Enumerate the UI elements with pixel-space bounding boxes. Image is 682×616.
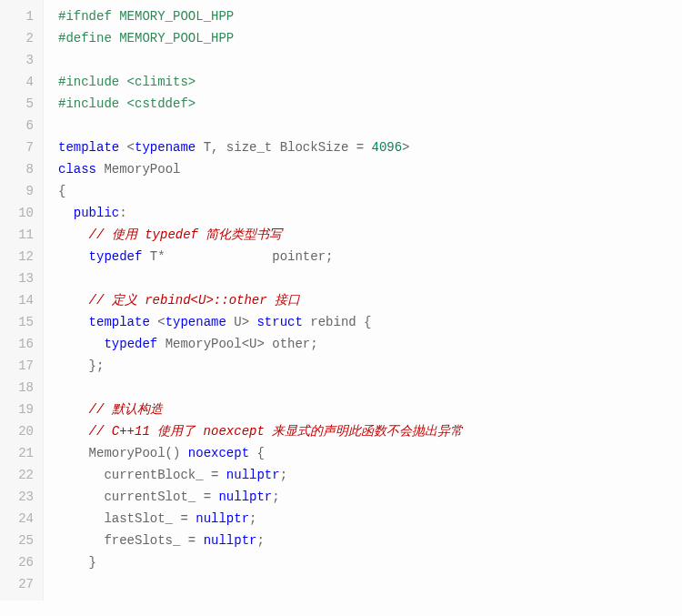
code-line — [58, 573, 682, 595]
code-token: 4096 — [371, 140, 402, 155]
code-line: currentBlock_ = nullptr; — [58, 464, 682, 486]
line-number: 24 — [0, 508, 34, 530]
line-number: 17 — [0, 355, 34, 377]
code-token: ; — [280, 468, 287, 482]
code-token: } — [58, 555, 96, 570]
code-token: < — [150, 315, 165, 329]
line-number: 10 — [0, 202, 34, 224]
line-number: 19 — [0, 399, 34, 420]
code-token: typename — [135, 140, 196, 155]
code-token — [58, 315, 89, 329]
line-number: 4 — [0, 71, 34, 93]
code-line: MemoryPool() noexcept { — [58, 442, 682, 464]
code-token: struct — [256, 315, 302, 329]
code-line: // 定义 rebind<U>::other 接口 — [58, 289, 682, 311]
code-token: MemoryPool() — [58, 446, 188, 460]
code-token: ; — [256, 533, 264, 548]
code-line — [58, 115, 682, 136]
code-token — [58, 293, 89, 308]
code-line: currentSlot_ = nullptr; — [58, 486, 682, 508]
code-line: }; — [58, 355, 682, 377]
line-number: 7 — [0, 136, 34, 158]
line-number: 3 — [0, 49, 34, 71]
code-token: }; — [58, 358, 104, 373]
code-line: // 使用 typedef 简化类型书写 — [58, 224, 682, 246]
code-line: lastSlot_ = nullptr; — [58, 508, 682, 530]
code-token: T* pointer; — [142, 249, 333, 264]
code-token: nullptr — [204, 533, 257, 548]
line-number: 14 — [0, 289, 34, 311]
code-line: class MemoryPool — [58, 158, 682, 180]
line-number: 18 — [0, 377, 34, 399]
code-token: #ifndef MEMORY_POOL_HPP — [58, 9, 234, 24]
line-number: 25 — [0, 530, 34, 551]
code-token: nullptr — [226, 468, 280, 482]
line-number: 22 — [0, 464, 34, 486]
code-token — [58, 424, 89, 439]
line-number: 1 — [0, 5, 34, 27]
code-token: nullptr — [218, 490, 272, 504]
code-token: class — [58, 162, 96, 177]
line-number: 5 — [0, 93, 34, 115]
code-token: // 默认构造 — [89, 402, 163, 417]
code-token: : — [119, 206, 126, 220]
code-line: #include <cstddef> — [58, 93, 682, 115]
line-number: 15 — [0, 311, 34, 333]
line-number: 16 — [0, 333, 34, 355]
code-line — [58, 268, 682, 289]
code-token: > — [402, 140, 409, 155]
code-line: // C++11 使用了 noexcept 来显式的声明此函数不会抛出异常 — [58, 420, 682, 442]
code-token: MemoryPool — [96, 162, 180, 177]
code-token: // 使用 typedef 简化类型书写 — [89, 227, 283, 242]
code-token: #include <climits> — [58, 75, 196, 89]
line-number: 12 — [0, 246, 34, 268]
code-line: template <typename U> struct rebind { — [58, 311, 682, 333]
code-token: typedef — [104, 337, 157, 351]
code-token: // C++11 使用了 noexcept 来显式的声明此函数不会抛出异常 — [89, 424, 464, 439]
code-token — [58, 249, 89, 264]
code-token: #define MEMORY_POOL_HPP — [58, 31, 234, 45]
code-line: #include <climits> — [58, 71, 682, 93]
line-number: 13 — [0, 268, 34, 289]
code-token: lastSlot_ = — [58, 511, 196, 526]
code-token: ; — [249, 511, 256, 526]
code-line — [58, 49, 682, 71]
code-line: #define MEMORY_POOL_HPP — [58, 27, 682, 49]
code-block: 1234567891011121314151617181920212223242… — [0, 0, 682, 601]
line-number: 2 — [0, 27, 34, 49]
code-token — [58, 227, 89, 242]
code-token: typedef — [89, 249, 143, 264]
code-token: rebind { — [303, 315, 372, 329]
code-token: nullptr — [196, 511, 249, 526]
code-line: typedef MemoryPool<U> other; — [58, 333, 682, 355]
line-number: 27 — [0, 573, 34, 595]
code-content[interactable]: #ifndef MEMORY_POOL_HPP#define MEMORY_PO… — [44, 0, 682, 601]
code-token: currentBlock_ = — [58, 468, 226, 482]
code-token: // 定义 rebind<U>::other 接口 — [89, 293, 300, 308]
line-number-gutter: 1234567891011121314151617181920212223242… — [0, 0, 44, 601]
code-token: currentSlot_ = — [58, 490, 218, 504]
line-number: 26 — [0, 551, 34, 573]
code-token — [58, 337, 104, 351]
code-token: { — [249, 446, 265, 460]
code-line: // 默认构造 — [58, 399, 682, 420]
code-token: template — [58, 140, 119, 155]
code-token: typename — [165, 315, 226, 329]
line-number: 21 — [0, 442, 34, 464]
line-number: 23 — [0, 486, 34, 508]
code-token: noexcept — [188, 446, 249, 460]
code-token: ; — [272, 490, 279, 504]
line-number: 6 — [0, 115, 34, 136]
code-token: < — [119, 140, 135, 155]
code-line: typedef T* pointer; — [58, 246, 682, 268]
code-token — [58, 402, 89, 417]
code-line: freeSlots_ = nullptr; — [58, 530, 682, 551]
code-line: } — [58, 551, 682, 573]
code-token — [58, 206, 74, 220]
code-line: template <typename T, size_t BlockSize =… — [58, 136, 682, 158]
code-token: MemoryPool<U> other; — [157, 337, 317, 351]
line-number: 9 — [0, 180, 34, 202]
code-line: { — [58, 180, 682, 202]
code-line: #ifndef MEMORY_POOL_HPP — [58, 5, 682, 27]
code-token: #include <cstddef> — [58, 96, 196, 111]
